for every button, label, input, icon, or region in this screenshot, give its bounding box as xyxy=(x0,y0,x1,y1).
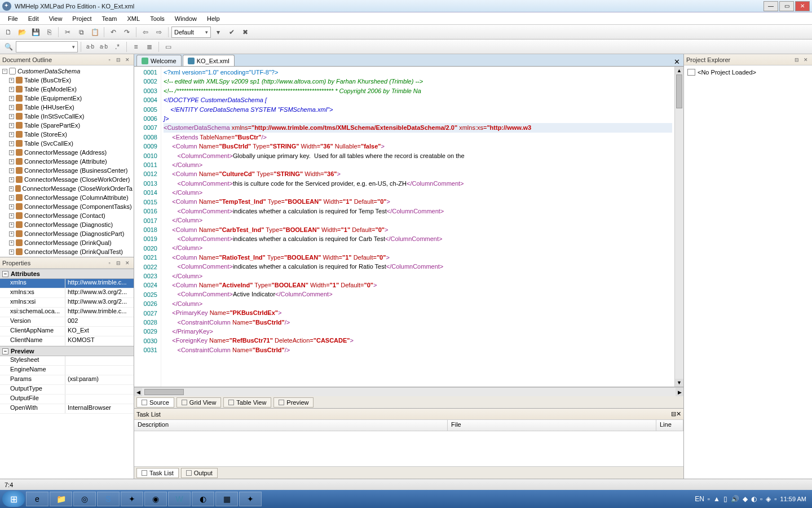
view-tab-source[interactable]: Source xyxy=(136,397,174,408)
project-explorer-body[interactable]: <No Project Loaded> xyxy=(684,65,812,479)
match-case-icon[interactable]: a·b xyxy=(84,41,96,53)
expand-icon[interactable]: + xyxy=(9,249,14,255)
property-value[interactable]: http://www.w3.org/2... xyxy=(65,298,134,307)
outdent-icon[interactable]: ≣ xyxy=(143,41,156,53)
new-icon[interactable]: 🗋 xyxy=(2,26,15,38)
property-row[interactable]: OpenWithInternalBrowser xyxy=(0,404,134,414)
preview-section[interactable]: − Preview xyxy=(0,346,134,356)
tray-up-icon[interactable]: ▲ xyxy=(713,495,720,503)
pin-icon[interactable]: ⊟ xyxy=(793,56,801,64)
scroll-right-icon[interactable]: ▶ xyxy=(676,388,683,396)
tree-item[interactable]: +Table (HHUserEx) xyxy=(8,103,133,112)
expand-icon[interactable]: + xyxy=(9,159,14,164)
property-row[interactable]: EngineName xyxy=(0,366,134,375)
expand-icon[interactable]: + xyxy=(9,195,14,200)
menu-team[interactable]: Team xyxy=(98,14,122,23)
property-row[interactable]: ClientAppNameKO_Ext xyxy=(0,327,134,336)
autohide-icon[interactable]: ▫ xyxy=(105,56,113,64)
taskbar-app4-icon[interactable]: ▦ xyxy=(215,492,238,506)
expand-icon[interactable]: + xyxy=(9,168,14,173)
pin-icon[interactable]: ⊟ xyxy=(114,56,122,64)
expand-icon[interactable]: + xyxy=(9,123,14,128)
taskbar-skype-icon[interactable]: S xyxy=(97,492,120,506)
close-panel-icon[interactable]: ✕ xyxy=(802,56,810,64)
view-tab-grid[interactable]: Grid View xyxy=(176,397,221,408)
horizontal-scrollbar[interactable]: ◀ ▶ xyxy=(134,387,683,396)
tree-item[interactable]: +ConnectorMessage (DiagnosticPart) xyxy=(8,229,133,238)
collapse-icon[interactable]: − xyxy=(2,271,8,277)
tray-icon[interactable]: ◆ xyxy=(743,495,748,503)
property-row[interactable]: OutputType xyxy=(0,385,134,395)
menu-window[interactable]: Window xyxy=(170,14,201,23)
property-value[interactable]: http://www.trimble.c... xyxy=(65,279,134,288)
menu-xml[interactable]: XML xyxy=(123,14,145,23)
indent-icon[interactable]: ≡ xyxy=(130,41,142,53)
dropdown-icon[interactable]: ▾ xyxy=(212,26,224,38)
expand-icon[interactable]: + xyxy=(9,213,14,218)
property-row[interactable]: Params(xsl:param) xyxy=(0,375,134,385)
expand-icon[interactable]: + xyxy=(9,177,14,182)
whole-word-icon[interactable]: a·b xyxy=(98,41,110,53)
tab-file[interactable]: KO_Ext.xml xyxy=(183,55,235,66)
maximize-button[interactable]: ▭ xyxy=(779,1,794,11)
save-icon[interactable]: 💾 xyxy=(29,26,42,38)
gear-icon[interactable]: ✖ xyxy=(239,26,251,38)
pin-icon[interactable]: ⊟ xyxy=(671,410,676,418)
property-row[interactable]: OutputFile xyxy=(0,395,134,404)
tree-item[interactable]: +Table (BusCtrEx) xyxy=(8,76,133,85)
find-combo[interactable] xyxy=(16,41,78,52)
open-icon[interactable]: 📂 xyxy=(16,26,28,38)
pin-icon[interactable]: ⊟ xyxy=(114,259,122,267)
tree-item[interactable]: +ConnectorMessage (Attribute) xyxy=(8,157,133,166)
property-value[interactable]: KO_Ext xyxy=(65,327,134,336)
property-value[interactable]: http://www.w3.org/2... xyxy=(65,288,134,297)
property-row[interactable]: Version002 xyxy=(0,317,134,327)
clock[interactable]: 11:59 AM xyxy=(780,496,806,502)
tray-network-icon[interactable]: ▯ xyxy=(723,495,727,503)
property-row[interactable]: xsi:schemaLoca...http://www.trimble.c... xyxy=(0,308,134,317)
tree-item[interactable]: +Table (SparePartEx) xyxy=(8,121,133,130)
close-button[interactable]: ✕ xyxy=(795,1,810,11)
expand-icon[interactable]: + xyxy=(9,114,14,119)
vertical-scrollbar[interactable]: ▲ ▼ xyxy=(674,67,683,387)
col-description[interactable]: Description xyxy=(134,420,448,431)
menu-edit[interactable]: Edit xyxy=(24,14,43,23)
taskbar-explorer-icon[interactable]: 📁 xyxy=(50,492,72,506)
close-panel-icon[interactable]: ✕ xyxy=(123,259,131,267)
schema-combo[interactable]: Default xyxy=(171,27,211,38)
taskbar-app2-icon[interactable]: ✦ xyxy=(121,492,143,506)
property-row[interactable]: xmlnshttp://www.trimble.c... xyxy=(0,279,134,288)
tree-item[interactable]: +ConnectorMessage (DrinkQual) xyxy=(8,238,133,247)
expand-icon[interactable]: + xyxy=(9,87,14,92)
expand-icon[interactable]: + xyxy=(9,186,14,191)
undo-icon[interactable]: ↶ xyxy=(107,26,120,38)
tree-item[interactable]: +ConnectorMessage (CloseWorkOrderTa xyxy=(8,184,133,193)
tree-root-item[interactable]: − CustomerDataSchema xyxy=(1,67,133,76)
expand-icon[interactable]: + xyxy=(9,96,14,101)
tray-flag-icon[interactable]: ▫ xyxy=(708,495,710,503)
property-value[interactable] xyxy=(65,366,134,375)
menu-view[interactable]: View xyxy=(45,14,67,23)
expand-icon[interactable]: + xyxy=(9,204,14,209)
tree-item[interactable]: +Table (EqModelEx) xyxy=(8,85,133,94)
back-icon[interactable]: ⇦ xyxy=(139,26,152,38)
tree-item[interactable]: +ConnectorMessage (Diagnostic) xyxy=(8,220,133,229)
property-row[interactable]: xmlns:xshttp://www.w3.org/2... xyxy=(0,288,134,298)
comment-icon[interactable]: ▭ xyxy=(162,41,174,53)
redo-icon[interactable]: ↷ xyxy=(121,26,133,38)
property-row[interactable]: ClientNameKOMOST xyxy=(0,336,134,346)
tree-item[interactable]: +ConnectorMessage (CloseWorkOrder) xyxy=(8,175,133,184)
menu-help[interactable]: Help xyxy=(202,14,224,23)
tray-icon[interactable]: ▫ xyxy=(774,495,776,503)
expand-icon[interactable]: + xyxy=(9,231,14,237)
property-value[interactable] xyxy=(65,395,134,404)
tray-icon[interactable]: ▫ xyxy=(760,495,762,503)
tab-output[interactable]: Output xyxy=(181,468,218,478)
menu-tools[interactable]: Tools xyxy=(145,14,169,23)
expand-icon[interactable]: + xyxy=(9,150,14,155)
col-file[interactable]: File xyxy=(448,420,656,431)
tasklist-body[interactable] xyxy=(134,431,683,466)
tree-item[interactable]: +Table (InStSvcCallEx) xyxy=(8,112,133,121)
tray-icon[interactable]: ◈ xyxy=(766,495,771,503)
col-line[interactable]: Line xyxy=(656,420,683,431)
